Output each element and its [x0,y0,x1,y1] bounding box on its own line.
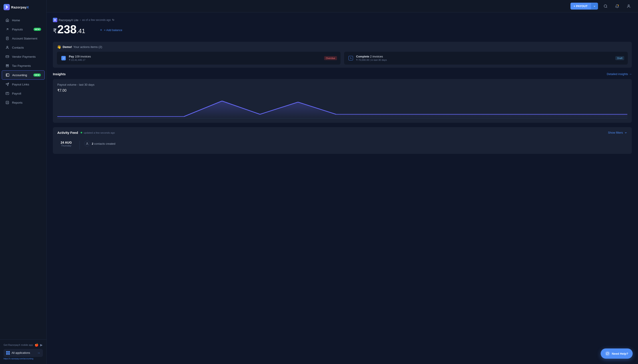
logo-icon [4,4,10,10]
contacts-icon [5,46,9,50]
demo-bold: Demo! [63,45,72,48]
insights-chart-card: Payout volume - last 30 days ₹7.00 [53,79,632,123]
currency-symbol: ₹ [53,28,57,35]
up-arrow-icon: ↗ [61,56,66,60]
nav-items: Home Payouts NEW Accou [0,14,47,339]
svg-line-16 [606,7,607,8]
complete-prefix: Complete [356,55,369,58]
edit-icon: ✎ [349,56,353,60]
sidebar-item-tax-payments[interactable]: Tax Payments [2,61,45,70]
sidebar-item-payouts[interactable]: Payouts NEW [2,25,45,34]
amount-main: 238 [57,24,77,35]
dot-separator: • [80,18,81,22]
payout-button-dropdown[interactable] [591,3,598,9]
sidebar-item-label-contacts: Contacts [12,46,41,49]
accounting-badge: NEW [33,74,41,76]
sidebar: RazorpayX Home Payouts NEW [0,0,47,364]
need-help-button[interactable]: Need Help? [601,348,633,359]
chart-amount-decimal: .00 [62,88,66,92]
activity-feed-header: Activity Feed updated a few seconds ago … [57,131,627,134]
payroll-icon [5,92,9,96]
pay-card-text: Pay 109 invoices ₹ 22,42,446.17 [69,55,91,62]
apps-grid-icon [6,351,10,355]
insights-section: Insights Detailed insights → Payout volu… [53,72,632,123]
product-label: RazorpayX Lite • as of a few seconds ago… [53,18,114,22]
sidebar-item-label-payout-links: Payout Links [12,83,41,86]
complete-card-main: Complete 2 invoices [356,55,387,58]
tax-payments-icon [5,64,9,68]
detailed-insights-link[interactable]: Detailed insights → [607,72,632,76]
add-balance-button[interactable]: + Add balance [100,28,122,32]
activity-divider [80,141,80,150]
demo-sub: Your actions items (2) [73,45,102,48]
sidebar-item-account-statement[interactable]: Account Statement [2,34,45,43]
activity-title: Activity Feed [57,131,78,134]
sidebar-item-payroll[interactable]: Payroll [2,89,45,98]
show-filters-label: Show filters [608,131,623,134]
pay-prefix: Pay [69,55,74,58]
action-card-complete[interactable]: ✎ Complete 2 invoices ₹ 70,000.00 | in l… [344,52,628,64]
date-day: 24 AUG [57,141,75,144]
show-filters-button[interactable]: Show filters [608,131,627,134]
search-button[interactable] [601,2,609,10]
chart-amount: ₹7.00 [57,87,627,93]
complete-card-sub: ₹ 70,000.00 | in last 30 days [356,58,387,62]
chart-container [57,96,627,119]
logo[interactable]: RazorpayX [0,0,47,14]
sidebar-item-label-payouts: Payouts [12,28,31,31]
detailed-insights-label: Detailed insights [607,72,628,76]
payout-button[interactable]: + PAYOUT [570,3,598,10]
activity-date: 24 AUG Thursday [57,141,75,147]
sidebar-item-label-account-statement: Account Statement [12,37,41,40]
activity-entry: 24 AUG Thursday 2 contacts created [57,138,627,150]
sidebar-item-label-home: Home [12,19,41,22]
product-name: RazorpayX Lite [59,18,78,22]
svg-point-17 [618,5,619,6]
all-apps-arrow: → [37,351,40,355]
payout-links-icon [5,82,9,86]
rx-logo-small [53,18,57,22]
complete-card-text: Complete 2 invoices ₹ 70,000.00 | in las… [356,55,387,62]
balance-section: RazorpayX Lite • as of a few seconds ago… [53,18,632,36]
demo-emoji: 👋 [57,45,61,49]
amount-decimal: .41 [77,28,85,35]
url-bar: https://x.razorpay.com/accounting [4,357,43,360]
chart-label: Payout volume - last 30 days [57,83,627,86]
event-text: 2 contacts created [92,142,115,146]
overdue-badge: Overdue [324,56,337,60]
sync-icon[interactable]: ↻ [112,18,114,22]
sidebar-item-home[interactable]: Home [2,16,45,25]
pay-card-main: Pay 109 invoices [69,55,91,58]
sidebar-item-label-payroll: Payroll [12,92,41,95]
sidebar-item-accounting[interactable]: Accounting NEW [2,70,45,80]
need-help-icon [605,351,610,356]
sidebar-item-contacts[interactable]: Contacts [2,43,45,52]
sidebar-item-payout-links[interactable]: Payout Links [2,80,45,89]
pay-card-icon: ↗ [61,55,67,61]
demo-header: 👋 Demo! Your actions items (2) [57,45,628,49]
sidebar-item-reports[interactable]: Reports [2,98,45,107]
svg-point-18 [628,5,629,6]
activity-updated-text: updated a few seconds ago [84,132,115,134]
notifications-button[interactable] [613,2,621,10]
home-icon [5,18,9,22]
header: + PAYOUT [47,0,638,12]
balance-header: RazorpayX Lite • as of a few seconds ago… [53,18,632,22]
action-card-pay[interactable]: ↗ Pay 109 invoices ₹ 22,42,446.17 Overdu… [57,52,341,64]
sidebar-item-vendor-payments[interactable]: Vendor Payments [2,52,45,61]
detailed-insights-arrow: → [629,72,632,76]
all-apps-button[interactable]: All applications → [4,349,43,357]
event-count: 2 [92,142,93,146]
profile-button[interactable] [625,2,633,10]
date-weekday: Thursday [57,144,75,147]
balance-amount: ₹ 238 .41 [53,24,85,35]
sync-text: as of a few seconds ago [82,18,111,22]
add-balance-label: + Add balance [104,28,122,32]
sidebar-item-label-vendor-payments: Vendor Payments [12,55,41,58]
svg-line-0 [7,29,8,30]
pay-card-sub: ₹ 22,42,446.17 [69,58,91,62]
sidebar-footer: Get RazorpayX mobile app 🍎 ▶ All applica… [0,339,47,364]
reports-icon [5,100,9,104]
activity-header-left: Activity Feed updated a few seconds ago [57,131,115,134]
payout-button-label: + PAYOUT [570,3,591,10]
